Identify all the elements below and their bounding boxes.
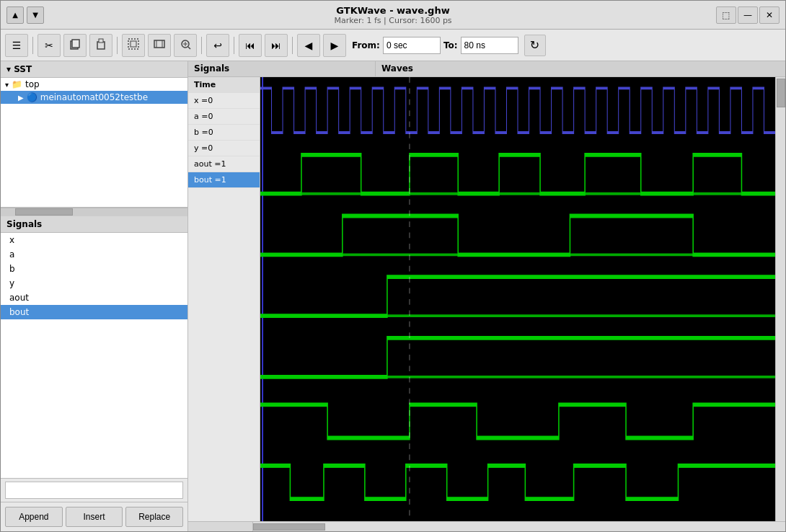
go-start-icon: ⏮ [245, 40, 255, 51]
select-all-icon [128, 38, 139, 52]
zoom-region-button[interactable] [148, 34, 171, 57]
bottom-scrollbar [188, 521, 785, 531]
go-left-button[interactable]: ◀ [297, 34, 320, 57]
cut-button[interactable]: ✂ [37, 34, 61, 57]
time-label: Time [194, 80, 216, 89]
search-wrapper: 🔍 [5, 482, 183, 499]
reload-button[interactable]: ↻ [524, 35, 546, 56]
signal-row-aout[interactable]: aout =1 [188, 156, 260, 172]
title-bar-left: ▲ ▼ [6, 6, 44, 24]
svg-rect-3 [99, 39, 103, 43]
signal-row-x[interactable]: x =0 [188, 93, 260, 109]
signal-row-bout[interactable]: bout =1 [188, 172, 260, 188]
window-title: GTKWave - wave.ghw [334, 5, 451, 16]
signals-header: Signals [1, 216, 187, 233]
separator-1 [32, 37, 33, 54]
append-button[interactable]: Append [5, 507, 63, 527]
sst-tree[interactable]: ▾ 📁 top ▶ 🔵 meinautomat0052testbe [1, 78, 187, 208]
from-input[interactable] [383, 37, 441, 54]
right-area: Signals Waves Time x =0 a =0 b =0 y =0 [188, 61, 785, 531]
sst-expand-arrow: ▾ [6, 64, 14, 74]
separator-3 [201, 37, 202, 54]
undo-button[interactable]: ↩ [206, 34, 229, 57]
reload-icon: ↻ [530, 38, 539, 52]
down-arrow-btn[interactable]: ▼ [27, 6, 44, 24]
minimize-button[interactable]: ⬚ [716, 6, 736, 24]
from-label: From: [352, 40, 380, 50]
hamburger-icon: ☰ [12, 40, 22, 51]
select-all-button[interactable] [122, 34, 145, 57]
search-input[interactable] [5, 482, 183, 499]
cut-icon: ✂ [45, 40, 53, 51]
svg-rect-13 [260, 77, 775, 521]
vertical-scrollbar[interactable] [775, 77, 785, 521]
signal-item-b[interactable]: b [1, 262, 187, 276]
signals-list[interactable]: x a b y aout bout [1, 233, 187, 478]
undo-icon: ↩ [213, 40, 222, 51]
v-scroll-thumb[interactable] [777, 79, 785, 107]
copy-button[interactable] [63, 34, 87, 57]
sst-panel: ▾ SST ▾ 📁 top ▶ 🔵 meinautomat0052testbe [1, 61, 188, 531]
go-right-button[interactable]: ▶ [323, 34, 346, 57]
toolbar: ☰ ✂ [1, 30, 785, 61]
main-window: ▲ ▼ GTKWave - wave.ghw Marker: 1 fs | Cu… [0, 0, 786, 532]
svg-rect-1 [72, 40, 79, 48]
top-label: top [25, 79, 40, 89]
signals-waves-header: Signals Waves [188, 61, 785, 77]
svg-rect-5 [131, 41, 136, 47]
signal-item-y[interactable]: y [1, 276, 187, 291]
signal-item-x[interactable]: x [1, 233, 187, 247]
meinautomat-expand-arrow: ▶ [18, 94, 24, 102]
copy-icon [69, 38, 81, 52]
insert-button[interactable]: Insert [66, 507, 123, 527]
go-start-button[interactable]: ⏮ [239, 34, 262, 57]
svg-rect-4 [128, 39, 138, 49]
replace-button[interactable]: Replace [125, 507, 183, 527]
paste-button[interactable] [89, 34, 112, 57]
signal-item-a[interactable]: a [1, 247, 187, 262]
tree-item-top[interactable]: ▾ 📁 top [1, 78, 187, 91]
sst-header: ▾ SST [1, 61, 187, 78]
signal-row-y[interactable]: y =0 [188, 141, 260, 156]
zoom-fit-button[interactable] [174, 34, 197, 57]
wave-scroll-thumb[interactable] [253, 523, 325, 531]
sst-scrollbar-thumb[interactable] [15, 208, 73, 216]
zoom-fit-icon [180, 38, 191, 52]
title-center: GTKWave - wave.ghw Marker: 1 fs | Cursor… [334, 5, 451, 25]
waveforms-canvas[interactable] [260, 77, 775, 521]
sst-scrollbar-track [1, 208, 187, 216]
signal-item-bout[interactable]: bout [1, 305, 187, 319]
go-right-icon: ▶ [331, 40, 339, 51]
signal-row-a[interactable]: a =0 [188, 109, 260, 125]
go-end-button[interactable]: ⏭ [265, 34, 288, 57]
signal-names-col: Time x =0 a =0 b =0 y =0 aout =1 bout =1 [188, 77, 260, 521]
signal-row-b[interactable]: b =0 [188, 125, 260, 141]
sig-col-scroll[interactable] [188, 522, 253, 531]
close-button[interactable]: ✕ [759, 6, 780, 24]
waves-col-header: Waves [376, 61, 785, 76]
go-end-icon: ⏭ [271, 40, 281, 51]
from-to-controls: From: To: [352, 37, 518, 54]
zoom-region-icon [154, 38, 165, 52]
hamburger-button[interactable]: ☰ [5, 34, 28, 57]
separator-5 [292, 37, 293, 54]
window-subtitle: Marker: 1 fs | Cursor: 1600 ps [334, 16, 451, 25]
to-input[interactable] [461, 37, 518, 54]
wave-col-scroll[interactable] [253, 522, 785, 531]
time-row: Time [188, 77, 260, 93]
sst-horizontal-scrollbar[interactable] [1, 208, 187, 216]
signals-section: Signals x a b y aout bout 🔍 [1, 216, 187, 531]
search-bar: 🔍 [1, 478, 187, 502]
svg-rect-6 [154, 40, 164, 48]
top-expand-arrow: ▾ [5, 81, 9, 89]
signals-header-label: Signals [6, 219, 42, 229]
signal-item-aout[interactable]: aout [1, 291, 187, 305]
bottom-buttons: Append Insert Replace [1, 502, 187, 531]
maximize-button[interactable]: — [738, 6, 758, 24]
tree-item-meinautomat[interactable]: ▶ 🔵 meinautomat0052testbe [1, 91, 187, 104]
up-arrow-btn[interactable]: ▲ [6, 6, 24, 24]
folder-icon: 📁 [12, 79, 22, 89]
meinautomat-label: meinautomat0052testbe [40, 92, 148, 102]
paste-icon [95, 38, 107, 52]
to-label: To: [443, 40, 458, 50]
